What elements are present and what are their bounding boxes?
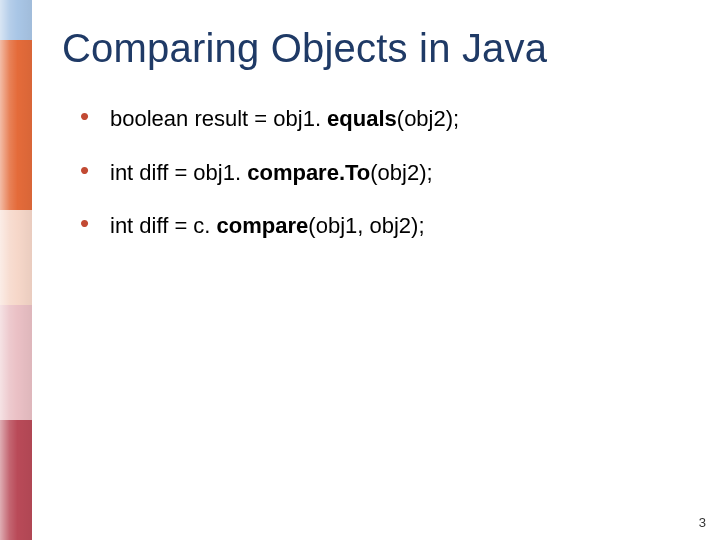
decor-band <box>0 210 32 305</box>
bullet-text-post: (obj2); <box>397 106 459 131</box>
bullet-text-pre: int diff = obj1. <box>110 160 247 185</box>
bullet-text-bold: equals <box>327 106 397 131</box>
list-item: boolean result = obj1. equals(obj2); <box>74 105 690 133</box>
bullet-text-post: (obj2); <box>370 160 432 185</box>
decor-band <box>0 305 32 420</box>
bullet-text-post: (obj1, obj2); <box>308 213 424 238</box>
slide-content: Comparing Objects in Java boolean result… <box>62 26 690 266</box>
bullet-text-bold: compare.To <box>247 160 370 185</box>
decor-band <box>0 40 32 210</box>
bullet-list: boolean result = obj1. equals(obj2); int… <box>74 105 690 240</box>
bullet-text-pre: boolean result = obj1. <box>110 106 327 131</box>
list-item: int diff = c. compare(obj1, obj2); <box>74 212 690 240</box>
decorative-side-strip <box>0 0 32 540</box>
decor-band <box>0 420 32 540</box>
bullet-text-bold: compare <box>217 213 309 238</box>
page-number: 3 <box>699 515 706 530</box>
bullet-text-pre: int diff = c. <box>110 213 217 238</box>
list-item: int diff = obj1. compare.To(obj2); <box>74 159 690 187</box>
slide-title: Comparing Objects in Java <box>62 26 690 71</box>
decor-band <box>0 0 32 40</box>
